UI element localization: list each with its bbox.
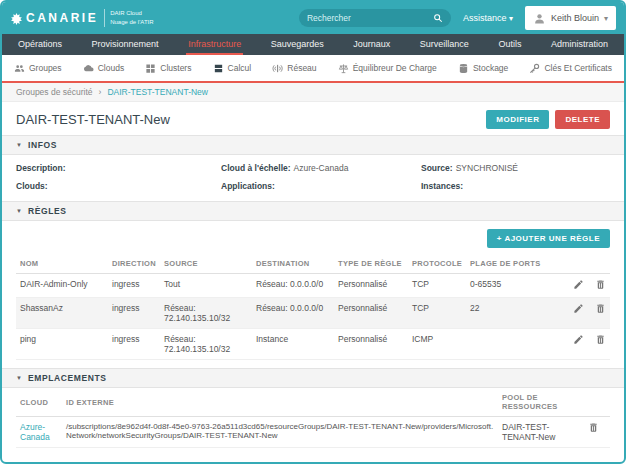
location-row: Azure-Canada /subscriptions/8e962d4f-0d8…: [16, 417, 610, 448]
rule-row: ping ingress Réseau: 72.140.135.10/32 In…: [16, 329, 610, 360]
nav-item-sauvegardes[interactable]: Sauvegardes: [269, 34, 326, 55]
storage-icon: [458, 63, 469, 74]
col-pool: POOL DE RESSOURCES: [498, 388, 584, 417]
modify-button[interactable]: MODIFIER: [486, 110, 549, 129]
section-title: EMPLACEMENTS: [28, 373, 107, 383]
toolbar-item-calcul[interactable]: Calcul: [213, 63, 252, 74]
delete-rule-icon[interactable]: [595, 303, 606, 314]
search-input[interactable]: [307, 13, 433, 23]
toolbar-item-clouds[interactable]: Clouds: [83, 63, 124, 74]
info-field-instances: Instances:: [421, 181, 610, 191]
locations-table: CLOUD ID EXTERNE POOL DE RESSOURCES Azur…: [16, 388, 610, 448]
infrastructure-toolbar: Groupes Clouds Clusters Calcul Réseau Éq…: [2, 55, 624, 81]
assistance-menu[interactable]: Assistance ▾: [463, 13, 513, 23]
cell-protocole: TCP: [408, 298, 466, 329]
user-menu[interactable]: Keith Blouin ▾: [525, 6, 616, 30]
clusters-icon: [145, 63, 156, 74]
toolbar-label: Stockage: [473, 63, 508, 73]
cell-id-externe: /subscriptions/8e962d4f-0d8f-45e0-9763-2…: [62, 417, 498, 448]
col-actions: [584, 388, 610, 417]
chevron-down-icon: ▾: [604, 14, 608, 23]
cell-source: Tout: [160, 274, 252, 298]
collapse-arrow-icon: ▼: [16, 375, 22, 381]
section-header-regles[interactable]: ▼ RÈGLES: [2, 201, 624, 221]
delete-button[interactable]: DELETE: [555, 110, 610, 129]
nav-item-administration[interactable]: Administration: [549, 34, 610, 55]
nav-item-journaux[interactable]: Journaux: [351, 34, 392, 55]
nav-item-operations[interactable]: Opérations: [16, 34, 64, 55]
brand-name: CANARIE: [26, 11, 98, 25]
app-window: CANARIE DAIR Cloud Nuage de l'ATIR Assis…: [0, 0, 626, 464]
assistance-label: Assistance: [463, 13, 507, 23]
info-field-clouds: Clouds:: [16, 181, 221, 191]
brand-logo[interactable]: CANARIE DAIR Cloud Nuage de l'ATIR: [10, 9, 154, 27]
toolbar-item-cles[interactable]: Clés Et Certificats: [529, 63, 612, 74]
cell-direction: ingress: [108, 298, 160, 329]
main-nav: Opérations Provisionnement Infrastructur…: [2, 34, 624, 55]
info-field-cloud-echelle: Cloud à l'échelle:Azure-Canada: [221, 163, 421, 173]
cell-nom: DAIR-Admin-Only: [16, 274, 108, 298]
col-direction: DIRECTION: [108, 254, 160, 274]
toolbar-label: Réseau: [287, 63, 316, 73]
field-label: Clouds:: [16, 181, 48, 191]
delete-rule-icon[interactable]: [595, 279, 606, 290]
col-source: SOURCE: [160, 254, 252, 274]
toolbar-item-groupes[interactable]: Groupes: [14, 63, 62, 74]
delete-location-icon[interactable]: [588, 422, 599, 433]
section-title: RÈGLES: [28, 206, 67, 216]
collapse-arrow-icon: ▼: [16, 208, 22, 214]
field-label: Cloud à l'échelle:: [221, 163, 291, 173]
user-name: Keith Blouin: [551, 13, 599, 23]
brand-sub-line2: Nuage de l'ATIR: [110, 19, 153, 25]
breadcrumb-parent[interactable]: Groupes de sécurité: [16, 87, 93, 97]
toolbar-item-stockage[interactable]: Stockage: [458, 63, 508, 74]
user-avatar-icon: [533, 12, 546, 25]
search-icon[interactable]: [433, 13, 443, 23]
add-rule-button[interactable]: + AJOUTER UNE RÈGLE: [487, 229, 610, 248]
locations-body: CLOUD ID EXTERNE POOL DE RESSOURCES Azur…: [2, 388, 624, 456]
field-label: Source:: [421, 163, 453, 173]
cloud-link[interactable]: Azure-Canada: [20, 422, 50, 442]
rules-body: + AJOUTER UNE RÈGLE NOM DIRECTION SOURCE…: [2, 221, 624, 368]
delete-rule-icon[interactable]: [595, 334, 606, 345]
cell-pool: DAIR-TEST-TENANT-New: [498, 417, 584, 448]
section-header-emplacements[interactable]: ▼ EMPLACEMENTS: [2, 368, 624, 388]
col-protocole: PROTOCOLE: [408, 254, 466, 274]
cell-destination: Réseau: 0.0.0.0/0: [252, 274, 334, 298]
brand-subtitle: DAIR Cloud Nuage de l'ATIR: [104, 9, 153, 27]
compute-icon: [213, 63, 224, 74]
nav-item-infrastructure[interactable]: Infrastructure: [186, 34, 243, 55]
toolbar-item-reseau[interactable]: Réseau: [272, 63, 316, 74]
search-box: [299, 9, 451, 27]
info-field-description: Description:: [16, 163, 221, 173]
rules-table: NOM DIRECTION SOURCE DESTINATION TYPE DE…: [16, 254, 610, 360]
edit-rule-icon[interactable]: [573, 303, 584, 314]
section-header-infos[interactable]: ▼ INFOS: [2, 135, 624, 155]
field-label: Instances:: [421, 181, 463, 191]
cell-protocole: TCP: [408, 274, 466, 298]
col-ports: PLAGE DE PORTS: [466, 254, 546, 274]
top-header: CANARIE DAIR Cloud Nuage de l'ATIR Assis…: [2, 2, 624, 34]
toolbar-label: Équilibreur De Charge: [353, 63, 437, 73]
groups-icon: [14, 63, 25, 74]
edit-rule-icon[interactable]: [573, 279, 584, 290]
breadcrumb-separator: ›: [99, 87, 102, 97]
toolbar-item-equilibreur[interactable]: Équilibreur De Charge: [338, 63, 437, 74]
cell-destination: Instance: [252, 329, 334, 360]
collapse-arrow-icon: ▼: [16, 142, 22, 148]
edit-rule-icon[interactable]: [573, 334, 584, 345]
col-type: TYPE DE RÈGLE: [334, 254, 408, 274]
col-destination: DESTINATION: [252, 254, 334, 274]
nav-item-provisionnement[interactable]: Provisionnement: [90, 34, 161, 55]
cell-source: Réseau: 72.140.135.10/32: [160, 298, 252, 329]
col-nom: NOM: [16, 254, 108, 274]
title-row: DAIR-TEST-TENANT-New MODIFIER DELETE: [2, 102, 624, 135]
nav-item-surveillance[interactable]: Surveillance: [418, 34, 471, 55]
page-title: DAIR-TEST-TENANT-New: [16, 112, 480, 127]
rule-row: ShassanAz ingress Réseau: 72.140.135.10/…: [16, 298, 610, 329]
toolbar-label: Calcul: [228, 63, 252, 73]
field-label: Applications:: [221, 181, 275, 191]
nav-item-outils[interactable]: Outils: [496, 34, 523, 55]
toolbar-item-clusters[interactable]: Clusters: [145, 63, 191, 74]
cell-type: Personnalisé: [334, 329, 408, 360]
